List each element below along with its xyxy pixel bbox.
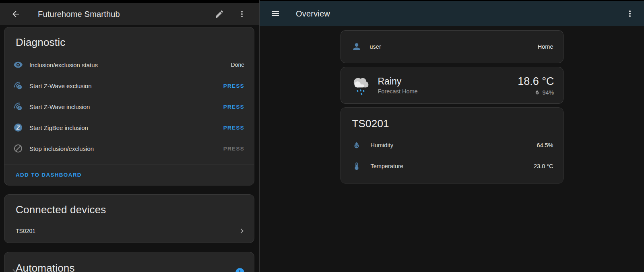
account-icon: [351, 41, 362, 52]
weather-temperature: 18.6 °C: [518, 75, 554, 88]
water-percent-icon: [534, 89, 540, 95]
sensor-card: TS0201 Humidity 64.5% Temperature 23.0 °…: [341, 107, 564, 183]
zigbee-icon: Z: [13, 123, 23, 132]
water-percent-icon: [352, 141, 361, 150]
inclusion-status-row[interactable]: Inclusion/exclusion status Done: [4, 54, 254, 75]
dots-vertical-icon: [237, 9, 247, 19]
weather-source: Forecast Home: [378, 88, 418, 95]
device-page-header: Futurehome Smarthub: [0, 3, 259, 25]
weather-humidity-value: 94%: [542, 89, 554, 96]
dots-vertical-icon: [625, 9, 635, 19]
overview-window: Overview user Home: [260, 0, 644, 272]
edit-button[interactable]: [213, 8, 225, 20]
connected-devices-card: Connected devices TS0201: [4, 194, 254, 243]
press-button-disabled: PRESS: [223, 146, 244, 152]
back-button[interactable]: [10, 8, 22, 20]
device-row-ts0201[interactable]: TS0201: [4, 222, 254, 243]
automations-title: Automations: [4, 252, 254, 272]
zwave-exclusion-row[interactable]: Z Start Z-Wave exclusion PRESS: [4, 75, 254, 96]
diagnostic-card-footer: ADD TO DASHBOARD: [4, 165, 254, 185]
z-wave-icon: Z: [13, 102, 23, 111]
row-label: Stop inclusion/exclusion: [29, 145, 94, 152]
top-black-strip: [0, 0, 259, 3]
svg-text:Z: Z: [19, 85, 21, 89]
menu-button-left[interactable]: [236, 8, 248, 20]
diagnostic-card-title: Diagnostic: [4, 27, 254, 54]
automations-card: Automations: [4, 252, 254, 272]
press-button[interactable]: PRESS: [223, 125, 244, 131]
row-value: 64.5%: [537, 142, 553, 148]
diagnostic-card: Diagnostic Inclusion/exclusion status Do…: [4, 27, 254, 185]
eye-icon: [13, 60, 23, 70]
z-wave-icon: Z: [13, 81, 23, 91]
menu-button-right[interactable]: [624, 8, 636, 20]
chevron-right-icon: [237, 226, 247, 236]
thermometer-icon: [352, 162, 361, 171]
add-to-dashboard-button[interactable]: ADD TO DASHBOARD: [16, 172, 82, 178]
person-name: user: [370, 43, 381, 50]
add-automation-button[interactable]: [235, 267, 245, 272]
sidebar-menu-button[interactable]: [269, 8, 281, 20]
row-label: Temperature: [371, 163, 403, 169]
weather-card[interactable]: Rainy Forecast Home 18.6 °C 94%: [341, 67, 564, 104]
temperature-row[interactable]: Temperature 23.0 °C: [341, 156, 563, 177]
pencil-icon: [215, 9, 224, 19]
dashboard-column: user Home: [341, 30, 564, 183]
weather-humidity: 94%: [534, 89, 554, 96]
weather-readings: 18.6 °C 94%: [518, 75, 554, 96]
person-state: Home: [538, 43, 553, 50]
hamburger-menu-icon: [270, 9, 280, 19]
svg-text:Z: Z: [16, 124, 20, 131]
device-page-window: Futurehome Smarthub Diagnostic Inclusion…: [0, 0, 259, 272]
press-button[interactable]: PRESS: [223, 83, 244, 89]
person-card[interactable]: user Home: [341, 30, 564, 63]
weather-pouring-icon: [349, 74, 372, 97]
overview-title: Overview: [296, 9, 330, 19]
zwave-inclusion-row[interactable]: Z Start Z-Wave inclusion PRESS: [4, 96, 254, 117]
row-value: 23.0 °C: [534, 163, 553, 169]
row-label: Start Z-Wave exclusion: [29, 82, 92, 89]
cancel-icon: [13, 144, 23, 153]
weather-main: Rainy Forecast Home: [378, 76, 418, 95]
row-label: Start Z-Wave inclusion: [29, 103, 90, 110]
row-label: Inclusion/exclusion status: [29, 62, 98, 68]
row-label: Start ZigBee inclusion: [29, 124, 88, 131]
overview-header: Overview: [260, 1, 644, 26]
device-page-title: Futurehome Smarthub: [38, 10, 120, 19]
row-label: Humidity: [371, 142, 393, 148]
arrow-left-icon: [11, 9, 21, 19]
row-value: Done: [231, 62, 244, 68]
device-page-content: Diagnostic Inclusion/exclusion status Do…: [0, 25, 259, 272]
plus-circle-icon: [235, 267, 245, 272]
press-button[interactable]: PRESS: [223, 104, 244, 110]
weather-condition: Rainy: [378, 76, 418, 87]
zigbee-inclusion-row[interactable]: Z Start ZigBee inclusion PRESS: [4, 117, 254, 138]
connected-devices-title: Connected devices: [4, 195, 254, 222]
screen: Futurehome Smarthub Diagnostic Inclusion…: [0, 0, 644, 272]
device-name: TS0201: [16, 228, 35, 234]
stop-inclusion-row[interactable]: Stop inclusion/exclusion PRESS: [4, 138, 254, 159]
humidity-row[interactable]: Humidity 64.5%: [341, 135, 563, 156]
svg-text:Z: Z: [19, 106, 21, 110]
sensor-card-title: TS0201: [341, 108, 563, 135]
